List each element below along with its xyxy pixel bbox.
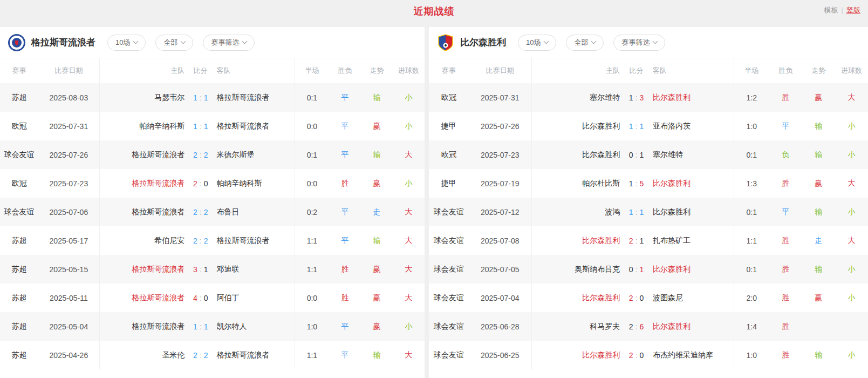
trend-tag: 输 bbox=[361, 83, 393, 112]
competition-filter-dropdown[interactable]: 赛事筛选 bbox=[203, 35, 255, 51]
score: 1:3 bbox=[622, 83, 651, 112]
result-tag: 平 bbox=[329, 226, 361, 255]
away-team: 塞尔维特 bbox=[651, 140, 734, 169]
result-tag: 平 bbox=[329, 198, 361, 226]
result-tag: 胜 bbox=[769, 341, 802, 369]
competition: 球会友谊 bbox=[429, 226, 468, 255]
score: 1:1 bbox=[187, 312, 214, 341]
match-date: 2025-07-31 bbox=[468, 83, 532, 112]
home-score: 1 bbox=[629, 179, 633, 188]
venue-filter-label: 全部 bbox=[163, 38, 177, 48]
half-score: 0:1 bbox=[734, 140, 769, 169]
match-row: 苏超 2025-08-03 马瑟韦尔 1:1 格拉斯哥流浪者 0:1 平 输 小 bbox=[0, 83, 425, 112]
match-date: 2025-07-12 bbox=[468, 198, 532, 226]
match-row: 球会友谊 2025-07-04 比尔森胜利 2:0 波图森尼 2:0 胜 赢 小 bbox=[429, 284, 868, 312]
col-away: 客队 bbox=[214, 58, 295, 83]
col-competition: 赛事 bbox=[0, 58, 38, 83]
half-score: 0:2 bbox=[295, 198, 329, 226]
trend-tag: 赢 bbox=[361, 284, 393, 312]
half-score: 0:0 bbox=[295, 284, 329, 312]
away-team: 比尔森胜利 bbox=[651, 198, 734, 226]
away-team: 波图森尼 bbox=[651, 284, 734, 312]
matches-count-dropdown[interactable]: 10场 bbox=[107, 35, 146, 51]
score: 2:0 bbox=[622, 284, 651, 312]
match-date: 2025-07-23 bbox=[38, 169, 100, 198]
away-team: 比尔森胜利 bbox=[651, 255, 734, 284]
home-team: 格拉斯哥流浪者 bbox=[100, 255, 187, 284]
chevron-down-icon bbox=[242, 39, 248, 44]
table-body: 苏超 2025-08-03 马瑟韦尔 1:1 格拉斯哥流浪者 0:1 平 输 小… bbox=[0, 83, 425, 369]
competition: 球会友谊 bbox=[429, 284, 468, 312]
away-score: 1 bbox=[640, 122, 644, 131]
score-colon: : bbox=[200, 322, 202, 331]
score: 2:2 bbox=[187, 226, 214, 255]
trend-tag: 输 bbox=[802, 112, 835, 140]
match-date: 2025-05-04 bbox=[38, 312, 100, 341]
goals-tag: 大 bbox=[393, 255, 425, 284]
score: 1:1 bbox=[622, 198, 651, 226]
match-date: 2025-07-31 bbox=[38, 112, 100, 140]
goals-tag: 大 bbox=[835, 226, 868, 255]
col-half: 半场 bbox=[734, 58, 769, 83]
venue-filter-dropdown[interactable]: 全部 bbox=[155, 35, 193, 51]
trend-tag: 赢 bbox=[802, 169, 835, 198]
away-score: 1 bbox=[640, 208, 644, 217]
away-team: 比尔森胜利 bbox=[651, 83, 734, 112]
col-date: 比赛日期 bbox=[468, 58, 532, 83]
score-colon: : bbox=[635, 122, 638, 131]
half-score: 0:0 bbox=[295, 169, 329, 198]
match-date: 2025-06-28 bbox=[468, 312, 532, 341]
half-score: 1:0 bbox=[295, 312, 329, 341]
col-score: 比分 bbox=[187, 58, 214, 83]
home-score: 1 bbox=[193, 122, 197, 131]
competition: 球会友谊 bbox=[429, 341, 468, 369]
table-body: 欧冠 2025-07-31 塞尔维特 1:3 比尔森胜利 1:2 胜 赢 大 捷… bbox=[429, 83, 868, 369]
goals-tag: 小 bbox=[393, 312, 425, 341]
score-colon: : bbox=[200, 208, 202, 217]
venue-filter-dropdown[interactable]: 全部 bbox=[566, 35, 604, 51]
half-score: 0:1 bbox=[295, 140, 329, 169]
away-score: 2 bbox=[204, 351, 208, 360]
venue-filter-label: 全部 bbox=[574, 38, 588, 48]
away-score: 0 bbox=[204, 179, 208, 188]
competition: 欧冠 bbox=[429, 83, 468, 112]
competition: 欧冠 bbox=[0, 112, 38, 140]
competition-filter-dropdown[interactable]: 赛事筛选 bbox=[613, 35, 665, 51]
away-team: 格拉斯哥流浪者 bbox=[214, 341, 295, 369]
score: 2:0 bbox=[187, 169, 214, 198]
home-team: 比尔森胜利 bbox=[532, 226, 622, 255]
layout-switch: 横板|竖版 bbox=[824, 5, 860, 15]
home-team: 帕尔杜比斯 bbox=[532, 169, 622, 198]
result-tag: 平 bbox=[329, 112, 361, 140]
home-team: 比尔森胜利 bbox=[532, 341, 622, 369]
trend-tag: 输 bbox=[361, 226, 393, 255]
plzen-crest-icon bbox=[436, 33, 455, 52]
team-name: 格拉斯哥流浪者 bbox=[31, 36, 95, 49]
home-team: 格拉斯哥流浪者 bbox=[100, 169, 187, 198]
result-tag: 平 bbox=[769, 198, 802, 226]
match-row: 欧冠 2025-07-23 比尔森胜利 0:1 塞尔维特 0:1 负 输 小 bbox=[429, 140, 868, 169]
match-row: 球会友谊 2025-07-08 比尔森胜利 2:1 扎布热矿工 1:1 胜 走 … bbox=[429, 226, 868, 255]
score-colon: : bbox=[200, 265, 202, 274]
home-score: 0 bbox=[629, 265, 633, 274]
home-team: 奥斯纳布吕克 bbox=[532, 255, 622, 284]
match-row: 球会友谊 2025-07-26 格拉斯哥流浪者 2:2 米德尔斯堡 0:1 平 … bbox=[0, 140, 425, 169]
match-date: 2025-07-04 bbox=[468, 284, 532, 312]
score-colon: : bbox=[200, 93, 202, 102]
score-colon: : bbox=[200, 151, 202, 159]
match-row: 苏超 2025-05-15 格拉斯哥流浪者 3:1 邓迪联 1:1 胜 赢 大 bbox=[0, 255, 425, 284]
competition: 苏超 bbox=[0, 284, 38, 312]
trend-tag: 走 bbox=[802, 226, 835, 255]
score: 2:2 bbox=[187, 140, 214, 169]
match-row: 捷甲 2025-07-26 比尔森胜利 1:1 亚布洛内茨 1:0 平 输 小 bbox=[429, 112, 868, 140]
layout-horizontal-link[interactable]: 横板 bbox=[824, 6, 838, 14]
away-score: 0 bbox=[640, 294, 644, 302]
home-team: 格拉斯哥流浪者 bbox=[100, 140, 187, 169]
layout-vertical-link[interactable]: 竖版 bbox=[846, 6, 860, 14]
goals-tag bbox=[835, 312, 868, 341]
match-date: 2025-05-11 bbox=[38, 284, 100, 312]
score-colon: : bbox=[635, 208, 638, 217]
half-score: 2:0 bbox=[734, 284, 769, 312]
matches-count-dropdown[interactable]: 10场 bbox=[518, 35, 556, 51]
competition: 球会友谊 bbox=[0, 140, 38, 169]
